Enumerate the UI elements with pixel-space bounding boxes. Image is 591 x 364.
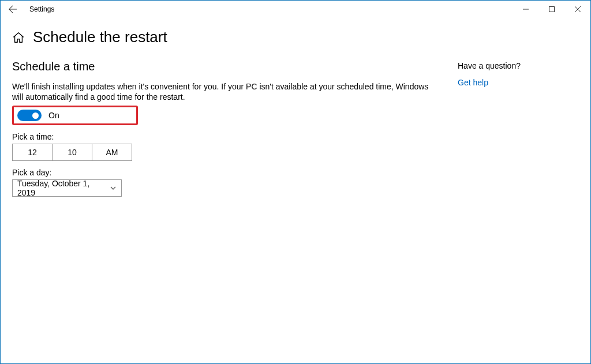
pick-time-label: Pick a time: <box>12 132 445 141</box>
side-question: Have a question? <box>458 61 573 70</box>
minimize-button[interactable] <box>513 1 538 18</box>
back-arrow-icon <box>9 5 17 13</box>
window-controls <box>513 1 590 18</box>
maximize-button[interactable] <box>538 1 564 18</box>
date-picker[interactable]: Tuesday, October 1, 2019 <box>12 179 122 197</box>
page-title: Schedule the restart <box>33 28 167 46</box>
main-content: Schedule a time We'll finish installing … <box>12 55 445 197</box>
close-icon <box>575 6 581 12</box>
home-icon[interactable] <box>12 31 25 44</box>
minimize-icon <box>523 6 529 12</box>
app-title: Settings <box>29 5 54 13</box>
schedule-toggle[interactable] <box>17 110 42 121</box>
toggle-highlight-box: On <box>12 106 138 125</box>
get-help-link[interactable]: Get help <box>458 78 488 87</box>
toggle-label: On <box>48 111 59 120</box>
section-title: Schedule a time <box>12 60 445 73</box>
close-button[interactable] <box>564 1 590 18</box>
date-value: Tuesday, October 1, 2019 <box>17 179 110 197</box>
page-header: Schedule the restart <box>1 18 590 55</box>
toggle-knob-icon <box>32 112 39 119</box>
time-picker[interactable]: 12 10 AM <box>12 144 132 161</box>
back-button[interactable] <box>1 1 25 18</box>
chevron-down-icon <box>110 185 117 192</box>
section-description: We'll finish installing updates when it'… <box>12 81 439 102</box>
time-ampm[interactable]: AM <box>92 144 132 160</box>
svg-rect-1 <box>549 7 554 12</box>
titlebar: Settings <box>1 1 590 18</box>
time-minute[interactable]: 10 <box>53 144 92 160</box>
side-panel: Have a question? Get help <box>458 55 573 197</box>
time-hour[interactable]: 12 <box>13 144 53 160</box>
pick-day-label: Pick a day: <box>12 168 445 177</box>
maximize-icon <box>549 6 555 12</box>
